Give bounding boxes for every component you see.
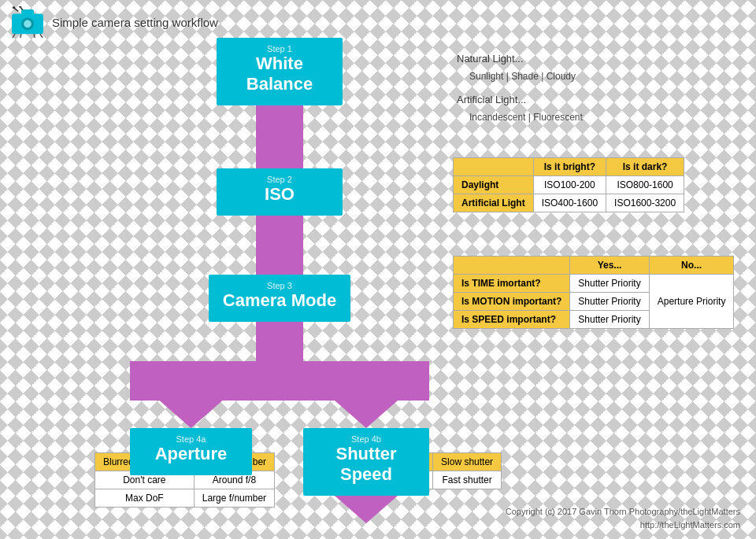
iso-r0c2: ISO800-1600 xyxy=(606,176,684,194)
iso-r0c1: ISO100-200 xyxy=(533,176,606,194)
step-shutter: Step 4b Shutter Speed xyxy=(303,428,429,496)
copyright-line1: Copyright (c) 2017 Gavin Thorn Photograp… xyxy=(506,505,740,519)
copyright: Copyright (c) 2017 Gavin Thorn Photograp… xyxy=(506,505,740,531)
connector-cm-split xyxy=(256,322,303,361)
page-title: Simple camera setting workflow xyxy=(52,16,218,29)
natural-light-sub: Sunlight | Shade | Cloudy xyxy=(469,69,583,84)
connector-iso-cm xyxy=(256,216,303,275)
step2-title: ISO xyxy=(224,184,335,209)
iso-header-row: Is it bright? Is it dark? xyxy=(454,158,684,176)
svg-line-11 xyxy=(40,34,43,38)
cm-h1: Yes... xyxy=(570,257,649,275)
iso-r1c1: ISO400-1600 xyxy=(533,194,606,212)
svg-point-6 xyxy=(13,6,15,9)
cm-r0c2: Aperture Priority xyxy=(649,275,734,329)
split-bar xyxy=(130,361,429,401)
cm-header-row: Yes... No... xyxy=(454,257,734,275)
cm-r1c1: Shutter Priority xyxy=(570,293,649,311)
svg-rect-3 xyxy=(21,9,34,16)
iso-row-1: Artificial Light ISO400-1600 ISO1600-320… xyxy=(454,194,684,212)
step1-label: Step 1 xyxy=(224,41,335,54)
step3-label: Step 3 xyxy=(217,278,343,290)
camera-icon xyxy=(8,6,47,38)
sh-r0c1: Slow shutter xyxy=(433,453,502,471)
step2-label: Step 2 xyxy=(224,172,335,184)
flow-diagram: Step 1 White Balance Step 2 ISO Step 3 C… xyxy=(114,38,445,523)
svg-line-8 xyxy=(12,34,15,38)
iso-r1c0: Artificial Light xyxy=(454,194,534,212)
iso-r0c0: Daylight xyxy=(454,176,534,194)
cm-r0c0: Is TIME imortant? xyxy=(454,275,570,293)
cm-r2c1: Shutter Priority xyxy=(570,311,649,329)
iso-h1: Is it bright? xyxy=(533,158,606,176)
step4b-col: Step 4b Shutter Speed xyxy=(303,401,429,523)
svg-line-10 xyxy=(34,34,35,38)
arrow-shutter xyxy=(335,401,398,428)
copyright-line2: http://theLightMatters.com xyxy=(506,519,740,532)
cm-r2c0: Is SPEED important? xyxy=(454,311,570,329)
step4a-title: Aperture xyxy=(138,444,244,469)
arrow-aperture xyxy=(160,401,223,428)
svg-point-2 xyxy=(24,20,32,28)
cm-row-0: Is TIME imortant? Shutter Priority Apert… xyxy=(454,275,734,293)
iso-h2: Is it dark? xyxy=(606,158,684,176)
cm-h0 xyxy=(454,257,570,275)
arrow-shutter-down xyxy=(335,496,398,523)
step-camera-mode: Step 3 Camera Mode xyxy=(209,275,350,322)
cm-h2: No... xyxy=(649,257,734,275)
sh-r1c1: Fast shutter xyxy=(433,471,502,489)
cm-r0c1: Shutter Priority xyxy=(570,275,649,293)
step-white-balance: Step 1 White Balance xyxy=(217,38,343,105)
step1-title: White Balance xyxy=(224,54,335,99)
cm-r1c0: Is MOTION important? xyxy=(454,293,570,311)
step4a-label: Step 4a xyxy=(138,431,244,444)
cm-table: Yes... No... Is TIME imortant? Shutter P… xyxy=(453,256,734,329)
svg-line-9 xyxy=(20,34,21,38)
iso-h0 xyxy=(454,158,534,176)
iso-table-wrap: Is it bright? Is it dark? Daylight ISO10… xyxy=(453,157,684,212)
artificial-light-sub: Incandescent | Fluorescent xyxy=(469,110,583,125)
step-aperture: Step 4a Aperture xyxy=(130,428,252,475)
natural-light-label: Natural Light... xyxy=(457,51,583,68)
step4b-title: Shutter Speed xyxy=(311,444,421,489)
cm-table-wrap: Yes... No... Is TIME imortant? Shutter P… xyxy=(453,256,734,329)
artificial-light-label: Artificial Light... xyxy=(457,92,583,109)
iso-row-0: Daylight ISO100-200 ISO800-1600 xyxy=(454,176,684,194)
logo: Simple camera setting workflow xyxy=(8,6,218,38)
iso-r1c2: ISO1600-3200 xyxy=(606,194,684,212)
iso-table: Is it bright? Is it dark? Daylight ISO10… xyxy=(453,157,684,212)
wb-info-panel: Natural Light... Sunlight | Shade | Clou… xyxy=(457,51,583,125)
step3-title: Camera Mode xyxy=(217,290,343,316)
ap-row-2: Max DoF Large f/number xyxy=(95,489,275,508)
step-iso: Step 2 ISO xyxy=(217,168,343,216)
step4b-label: Step 4b xyxy=(311,431,421,444)
connector-wb-iso xyxy=(256,105,303,168)
ap-r2c0: Max DoF xyxy=(95,489,195,508)
ap-r2c1: Large f/number xyxy=(194,489,274,508)
